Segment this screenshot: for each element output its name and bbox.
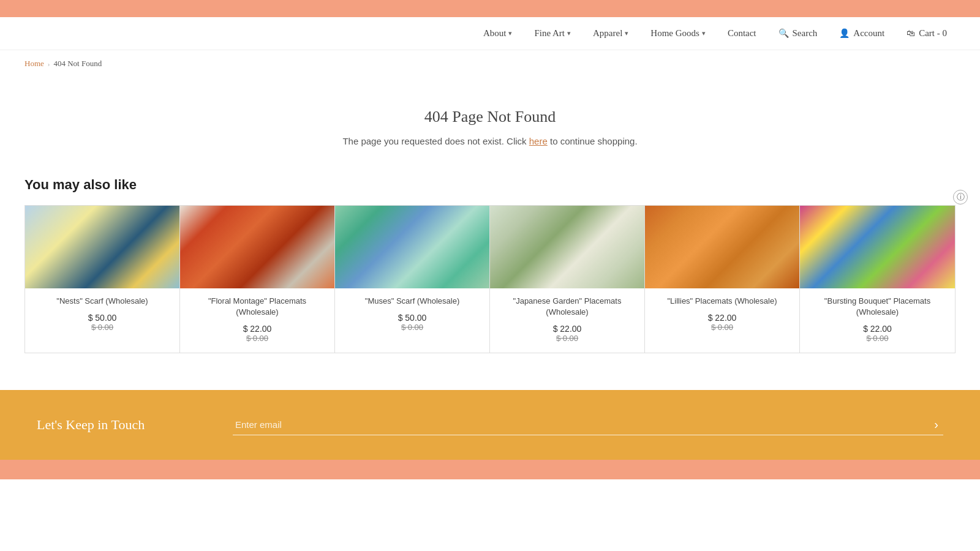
product-image bbox=[25, 206, 179, 288]
error-title: 404 Page Not Found bbox=[24, 108, 956, 126]
product-original-price: $ 0.00 bbox=[25, 323, 179, 332]
product-card[interactable]: "Japanese Garden" Placemats (Wholesale) … bbox=[490, 206, 645, 353]
product-image-wrapper bbox=[180, 206, 334, 288]
product-price: $ 50.00 bbox=[25, 313, 179, 323]
nav-account[interactable]: 👤 Account bbox=[831, 24, 893, 42]
product-card[interactable]: "Bursting Bouquet" Placemats (Wholesale)… bbox=[800, 206, 955, 353]
product-price: $ 50.00 bbox=[335, 313, 489, 323]
search-icon: 🔍 bbox=[778, 28, 789, 39]
product-name: "Japanese Garden" Placemats (Wholesale) bbox=[490, 296, 644, 318]
nav-fine-art-label: Fine Art bbox=[534, 28, 565, 39]
product-image bbox=[490, 206, 644, 288]
product-image bbox=[800, 206, 955, 288]
home-goods-chevron-icon: ▾ bbox=[702, 29, 706, 37]
product-image-wrapper bbox=[800, 206, 955, 288]
error-message: The page you requested does not exist. C… bbox=[24, 136, 956, 146]
breadcrumb-separator: › bbox=[48, 60, 50, 67]
navigation: About ▾ Fine Art ▾ Apparel ▾ Home Goods … bbox=[0, 17, 980, 50]
email-submit-button[interactable]: › bbox=[929, 415, 943, 434]
nav-home-goods-label: Home Goods bbox=[650, 28, 699, 39]
nav-apparel-label: Apparel bbox=[593, 28, 622, 39]
breadcrumb-home-link[interactable]: Home bbox=[24, 59, 44, 69]
info-icon[interactable]: ⓘ bbox=[953, 190, 968, 204]
nav-apparel[interactable]: Apparel ▾ bbox=[584, 24, 637, 42]
product-original-price: $ 0.00 bbox=[490, 334, 644, 343]
nav-about[interactable]: About ▾ bbox=[475, 24, 521, 42]
error-message-after: to continue shopping. bbox=[548, 136, 638, 146]
recommendations-section: You may also like "Nests" Scarf (Wholesa… bbox=[0, 165, 980, 390]
product-image-wrapper bbox=[490, 206, 644, 288]
product-card[interactable]: "Floral Montage" Placemats (Wholesale) $… bbox=[180, 206, 335, 353]
product-card[interactable]: "Lillies" Placemats (Wholesale) $ 22.00 … bbox=[645, 206, 800, 353]
product-price: $ 22.00 bbox=[180, 324, 334, 334]
email-form: › bbox=[233, 414, 943, 435]
nav-contact[interactable]: Contact bbox=[719, 24, 765, 42]
product-card[interactable]: "Muses" Scarf (Wholesale) $ 50.00 $ 0.00 bbox=[335, 206, 490, 353]
nav-cart-label: Cart - 0 bbox=[919, 28, 947, 39]
product-original-price: $ 0.00 bbox=[180, 334, 334, 343]
products-grid: "Nests" Scarf (Wholesale) $ 50.00 $ 0.00… bbox=[24, 205, 956, 353]
product-image-wrapper bbox=[335, 206, 489, 288]
nav-about-label: About bbox=[483, 28, 507, 39]
product-price: $ 22.00 bbox=[800, 324, 955, 334]
product-name: "Muses" Scarf (Wholesale) bbox=[335, 296, 489, 307]
nav-search[interactable]: 🔍 Search bbox=[770, 24, 826, 42]
product-original-price: $ 0.00 bbox=[335, 323, 489, 332]
product-name: "Nests" Scarf (Wholesale) bbox=[25, 296, 179, 307]
product-image-wrapper bbox=[25, 206, 179, 288]
product-card[interactable]: "Nests" Scarf (Wholesale) $ 50.00 $ 0.00 bbox=[25, 206, 180, 353]
product-name: "Lillies" Placemats (Wholesale) bbox=[645, 296, 799, 307]
nav-contact-label: Contact bbox=[728, 28, 756, 39]
product-price: $ 22.00 bbox=[490, 324, 644, 334]
product-image-wrapper bbox=[645, 206, 799, 288]
newsletter-heading: Let's Keep in Touch bbox=[37, 417, 208, 433]
product-image bbox=[335, 206, 489, 288]
bottom-bar bbox=[0, 460, 980, 479]
product-name: "Bursting Bouquet" Placemats (Wholesale) bbox=[800, 296, 955, 318]
apparel-chevron-icon: ▾ bbox=[625, 29, 628, 37]
nav-search-label: Search bbox=[793, 28, 818, 39]
nav-account-label: Account bbox=[853, 28, 884, 39]
error-section: 404 Page Not Found The page you requeste… bbox=[0, 77, 980, 165]
email-input[interactable] bbox=[233, 414, 929, 435]
nav-home-goods[interactable]: Home Goods ▾ bbox=[642, 24, 714, 42]
error-message-before: The page you requested does not exist. C… bbox=[342, 136, 529, 146]
product-price: $ 22.00 bbox=[645, 313, 799, 323]
account-icon: 👤 bbox=[839, 28, 850, 39]
footer-newsletter: Let's Keep in Touch › bbox=[0, 390, 980, 460]
product-image bbox=[645, 206, 799, 288]
nav-fine-art[interactable]: Fine Art ▾ bbox=[526, 24, 579, 42]
breadcrumb-current: 404 Not Found bbox=[53, 59, 102, 69]
fine-art-chevron-icon: ▾ bbox=[567, 29, 571, 37]
about-chevron-icon: ▾ bbox=[508, 29, 512, 37]
recommendations-title: You may also like bbox=[24, 177, 956, 193]
top-bar bbox=[0, 0, 980, 17]
product-original-price: $ 0.00 bbox=[645, 323, 799, 332]
product-name: "Floral Montage" Placemats (Wholesale) bbox=[180, 296, 334, 318]
error-here-link[interactable]: here bbox=[529, 136, 548, 146]
product-image bbox=[180, 206, 334, 288]
cart-icon: 🛍 bbox=[907, 29, 915, 39]
nav-cart[interactable]: 🛍 Cart - 0 bbox=[898, 24, 956, 42]
breadcrumb: Home › 404 Not Found bbox=[0, 50, 980, 77]
product-original-price: $ 0.00 bbox=[800, 334, 955, 343]
